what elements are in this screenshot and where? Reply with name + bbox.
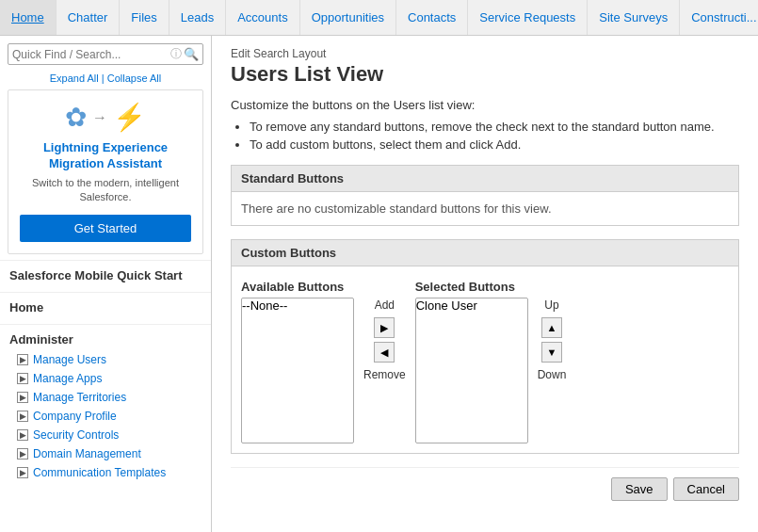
sidebar-link-communication-templates[interactable]: ▶ Communication Templates [0, 463, 211, 482]
selected-label: Selected Buttons [415, 280, 528, 294]
main-content: Edit Search Layout Users List View Custo… [212, 36, 758, 532]
breadcrumb: Edit Search Layout [231, 47, 739, 60]
bullet-list: To remove any standard buttons, remove t… [231, 120, 739, 152]
standard-buttons-empty: There are no customizable standard butto… [241, 202, 552, 216]
sidebar-link-manage-users[interactable]: ▶ Manage Users [0, 350, 211, 369]
up-down-col: Up ▲ ▼ Down [538, 280, 567, 381]
up-label: Up [544, 298, 558, 312]
available-option-none[interactable]: --None-- [242, 298, 353, 314]
save-button[interactable]: Save [611, 477, 668, 501]
arrow-icon-communication-templates: ▶ [17, 467, 28, 478]
sidebar: ⓘ 🔍 Expand All | Collapse All ✿ → ⚡ Ligh… [0, 36, 212, 532]
add-button[interactable]: ▶ [374, 317, 395, 338]
expand-collapse: Expand All | Collapse All [0, 73, 211, 84]
sidebar-link-security-controls[interactable]: ▶ Security Controls [0, 426, 211, 444]
arrow-icon-manage-users: ▶ [17, 354, 28, 365]
cancel-button[interactable]: Cancel [673, 477, 739, 501]
sidebar-link-domain-management[interactable]: ▶ Domain Management [0, 444, 211, 463]
home-label: Home [0, 292, 211, 318]
nav-construction[interactable]: Constructi... [680, 0, 758, 35]
down-label: Down [538, 368, 567, 381]
migration-card: ✿ → ⚡ Lightning Experience Migration Ass… [8, 89, 203, 254]
arrow-icon: → [92, 109, 107, 126]
arrow-icon-domain-management: ▶ [17, 448, 28, 459]
remove-button[interactable]: ◀ [374, 342, 395, 363]
nav-leads[interactable]: Leads [169, 0, 226, 35]
nav-opportunities[interactable]: Opportunities [300, 0, 396, 35]
down-button[interactable]: ▼ [541, 342, 562, 363]
arrow-icon-manage-apps: ▶ [17, 373, 28, 384]
standard-buttons-header: Standard Buttons [231, 165, 739, 191]
nav-contacts[interactable]: Contacts [396, 0, 468, 35]
nav-service-requests[interactable]: Service Requests [468, 0, 588, 35]
available-buttons-list[interactable]: --None-- [241, 298, 354, 443]
nav-chatter[interactable]: Chatter [56, 0, 121, 35]
sidebar-link-company-profile[interactable]: ▶ Company Profile [0, 407, 211, 426]
administer-label: Administer [0, 324, 211, 350]
collapse-all-link[interactable]: Collapse All [107, 73, 161, 84]
get-started-button[interactable]: Get Started [20, 215, 191, 242]
arrow-icon-manage-territories: ▶ [17, 392, 28, 403]
expand-all-link[interactable]: Expand All [50, 73, 99, 84]
help-icon[interactable]: ⓘ [170, 46, 182, 62]
selected-buttons-col: Selected Buttons Clone User [415, 280, 528, 443]
flower-icon: ✿ [65, 102, 87, 133]
available-buttons-col: Available Buttons --None-- [241, 280, 354, 443]
selected-buttons-list[interactable]: Clone User [415, 298, 528, 443]
top-nav: Home Chatter Files Leads Accounts Opport… [0, 0, 758, 36]
migration-desc: Switch to the modern, intelligent Salesf… [20, 176, 191, 205]
search-input[interactable] [12, 48, 170, 61]
bullet-1: To remove any standard buttons, remove t… [250, 120, 739, 134]
up-button[interactable]: ▲ [541, 317, 562, 338]
description-text: Customize the buttons on the Users list … [231, 98, 739, 112]
search-button[interactable]: 🔍 [184, 47, 199, 61]
nav-home[interactable]: Home [0, 0, 56, 35]
selected-option-clone-user[interactable]: Clone User [416, 298, 527, 314]
nav-files[interactable]: Files [120, 0, 169, 35]
migration-title: Lightning Experience Migration Assistant [20, 140, 191, 172]
arrow-icon-company-profile: ▶ [17, 411, 28, 422]
sidebar-link-manage-territories[interactable]: ▶ Manage Territories [0, 388, 211, 407]
search-bar: ⓘ 🔍 [8, 43, 203, 65]
nav-site-surveys[interactable]: Site Surveys [588, 0, 680, 35]
bullet-2: To add custom buttons, select them and c… [250, 137, 739, 152]
nav-accounts[interactable]: Accounts [226, 0, 299, 35]
available-label: Available Buttons [241, 280, 354, 294]
page-title: Users List View [231, 62, 739, 87]
migration-icons: ✿ → ⚡ [20, 102, 191, 133]
form-actions: Save Cancel [231, 467, 739, 501]
custom-buttons-body: Available Buttons --None-- Add ▶ ◀ Remov… [231, 266, 739, 454]
custom-buttons-header: Custom Buttons [231, 239, 739, 266]
standard-buttons-body: There are no customizable standard butto… [231, 191, 739, 226]
add-remove-col: Add ▶ ◀ Remove [363, 280, 406, 381]
lightning-icon: ⚡ [113, 102, 146, 133]
arrow-icon-security-controls: ▶ [17, 429, 28, 441]
add-label: Add [375, 298, 395, 312]
remove-label: Remove [363, 368, 406, 381]
quick-start-label: Salesforce Mobile Quick Start [0, 260, 211, 286]
sidebar-link-manage-apps[interactable]: ▶ Manage Apps [0, 369, 211, 388]
